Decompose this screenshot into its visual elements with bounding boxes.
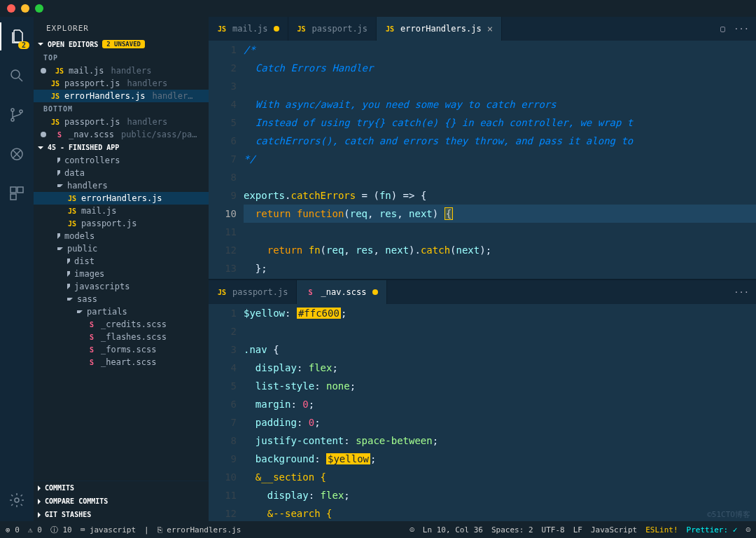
scss-file-icon: S	[87, 346, 97, 354]
file-item[interactable]: S_forms.scss	[34, 343, 209, 356]
open-editor-item[interactable]: JS passport.js handlers	[34, 116, 209, 128]
status-feedback-icon[interactable]: ☺	[746, 525, 750, 534]
folder-item[interactable]: sass	[34, 293, 209, 305]
folder-item[interactable]: partials	[34, 305, 209, 318]
tab-label: mail.js	[232, 24, 268, 34]
editor-top[interactable]: 12345678910111213 /* Catch Errors Handle…	[209, 41, 756, 279]
file-item[interactable]: JSmail.js	[34, 205, 209, 217]
status-encoding[interactable]: UTF-8	[542, 525, 565, 534]
scm-activity[interactable]	[0, 101, 34, 129]
folder-item[interactable]: models	[34, 230, 209, 242]
folder-item[interactable]: images	[34, 268, 209, 280]
js-file-icon: JS	[67, 207, 77, 215]
status-mode[interactable]: JavaScript	[591, 525, 637, 534]
folder-item[interactable]: public	[34, 242, 209, 255]
folder-item[interactable]: handlers	[34, 179, 209, 192]
collapsed-section[interactable]: GIT STASHES	[34, 508, 209, 521]
titlebar	[0, 0, 756, 17]
js-file-icon: JS	[217, 25, 227, 33]
svg-rect-5	[10, 187, 16, 193]
extensions-icon	[8, 185, 25, 202]
file-path: handlers	[111, 66, 152, 76]
close-window-dot[interactable]	[7, 4, 15, 13]
folder-item[interactable]: javascripts	[34, 280, 209, 293]
open-editor-item[interactable]: JS passport.js handlers	[34, 77, 209, 90]
file-path: handlers	[127, 117, 167, 127]
group-bottom: BOTTOM	[34, 102, 209, 116]
editor-tab[interactable]: JS passport.js	[288, 17, 377, 41]
open-editor-item[interactable]: S _nav.scss public/sass/pa…	[34, 128, 209, 141]
tab-label: errorHandlers.js	[400, 24, 482, 34]
editor-tab[interactable]: JS passport.js	[209, 280, 297, 304]
more-icon[interactable]: ···	[734, 24, 749, 34]
search-activity[interactable]	[0, 62, 34, 90]
file-name: _nav.scss	[69, 130, 114, 139]
chevron-icon	[57, 247, 63, 250]
project-header[interactable]: 45 - FINISHED APP	[34, 141, 209, 154]
maximize-window-dot[interactable]	[35, 4, 43, 13]
open-editor-item[interactable]: JS errorHandlers.js handler…	[34, 90, 209, 102]
status-errors[interactable]: ⊗ 0	[6, 525, 20, 534]
dirty-dot	[372, 289, 378, 295]
open-editors-header[interactable]: OPEN EDITORS 2 UNSAVED	[34, 37, 209, 51]
svg-point-0	[11, 70, 20, 78]
split-editor-icon[interactable]: ▢	[720, 24, 725, 34]
editor-tab[interactable]: S _nav.scss	[297, 280, 386, 304]
status-language-picker[interactable]: ⌨ javascript	[80, 525, 136, 534]
chevron-icon	[67, 298, 73, 301]
open-editor-item[interactable]: JS mail.js handlers	[34, 64, 209, 77]
settings-activity[interactable]	[0, 486, 34, 514]
status-bot-icon[interactable]: ☺	[410, 525, 414, 534]
collapsed-section[interactable]: COMPARE COMMITS	[34, 495, 209, 508]
file-item[interactable]: S_heart.scss	[34, 356, 209, 368]
svg-rect-7	[10, 194, 16, 200]
status-file[interactable]: ⎘ errorHandlers.js	[158, 525, 241, 534]
status-bar: ⊗ 0 ⚠ 0 ⓘ 10 ⌨ javascript | ⎘ errorHandl…	[0, 521, 756, 538]
svg-point-2	[11, 118, 14, 121]
file-path: public/sass/pa…	[121, 130, 197, 139]
file-name: mail.js	[69, 66, 104, 76]
unsaved-badge: 2 UNSAVED	[102, 40, 145, 48]
status-spaces[interactable]: Spaces: 2	[491, 525, 533, 534]
collapsed-section[interactable]: COMMITS	[34, 481, 209, 495]
editor-bottom[interactable]: 123456789101112 $yellow: #ffc600; .nav {…	[209, 304, 756, 521]
close-icon[interactable]: ×	[487, 23, 493, 34]
status-eol[interactable]: LF	[573, 525, 582, 534]
folder-item[interactable]: data	[34, 167, 209, 179]
js-file-icon: JS	[50, 118, 60, 126]
js-file-icon: JS	[50, 92, 60, 100]
status-prettier[interactable]: Prettier: ✓	[687, 525, 738, 534]
chevron-down-icon	[38, 146, 43, 149]
debug-activity[interactable]	[0, 140, 34, 168]
sidebar: EXPLORER OPEN EDITORS 2 UNSAVED TOP JS m…	[34, 17, 209, 521]
chevron-icon	[67, 271, 70, 277]
chevron-right-icon	[38, 512, 41, 518]
file-item[interactable]: S_credits.scss	[34, 318, 209, 331]
status-warnings[interactable]: ⚠ 0	[28, 525, 42, 534]
status-position[interactable]: Ln 10, Col 36	[423, 525, 483, 534]
explorer-badge: 2	[18, 41, 29, 49]
svg-point-3	[20, 110, 22, 113]
folder-item[interactable]: controllers	[34, 154, 209, 167]
editor-tab[interactable]: JS mail.js	[209, 17, 288, 41]
chevron-icon	[57, 233, 60, 239]
folder-item[interactable]: dist	[34, 255, 209, 268]
js-file-icon: JS	[67, 220, 77, 228]
editor-tab[interactable]: JS errorHandlers.js ×	[377, 17, 502, 41]
chevron-icon	[77, 310, 83, 313]
tab-label: passport.js	[312, 24, 368, 34]
watermark: ©51CTO博客	[707, 509, 750, 520]
extensions-activity[interactable]	[0, 179, 34, 207]
scss-file-icon: S	[87, 359, 97, 366]
explorer-activity[interactable]: 2	[0, 22, 34, 50]
status-info[interactable]: ⓘ 10	[50, 525, 72, 535]
status-eslint[interactable]: ESLint!	[645, 525, 678, 534]
bug-icon	[8, 146, 25, 163]
more-icon[interactable]: ···	[734, 287, 749, 297]
editor-area: JS mail.js JS passport.js JS errorHandle…	[209, 17, 756, 521]
file-item[interactable]: JSpassport.js	[34, 217, 209, 230]
file-item[interactable]: JSerrorHandlers.js	[34, 192, 209, 205]
file-item[interactable]: S_flashes.scss	[34, 331, 209, 343]
minimize-window-dot[interactable]	[21, 4, 29, 13]
js-file-icon: JS	[55, 67, 64, 75]
